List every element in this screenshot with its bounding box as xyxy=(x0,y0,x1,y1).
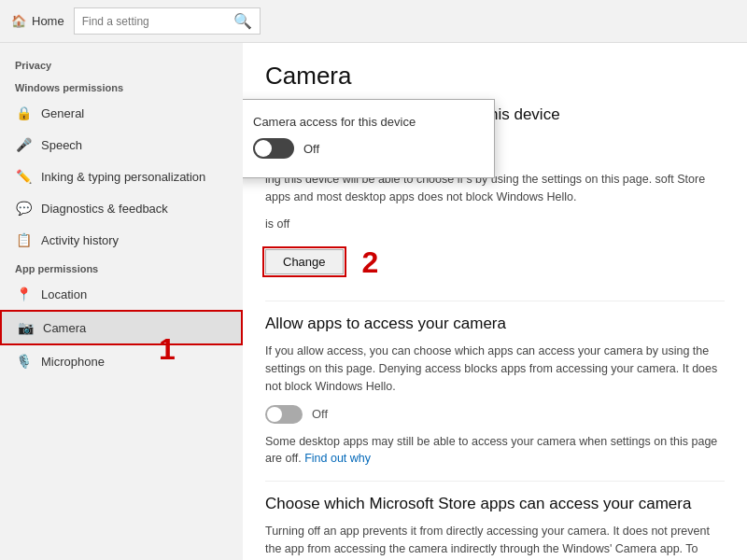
sidebar: Privacy Windows permissions 🔒 General 🎤 … xyxy=(0,43,243,560)
content-area: Camera Allow access to the camera on thi… xyxy=(243,43,747,560)
app-permissions-title: App permissions xyxy=(0,256,243,278)
inking-label: Inking & typing personalization xyxy=(41,170,205,184)
apps-toggle[interactable] xyxy=(265,405,303,424)
location-label: Location xyxy=(41,287,87,301)
microphone-label: Microphone xyxy=(41,355,105,369)
sidebar-item-microphone[interactable]: 🎙️ Microphone xyxy=(0,345,243,377)
section2-text: If you allow access, you can choose whic… xyxy=(265,343,725,395)
top-bar: 🏠 Home 🔍 xyxy=(0,0,747,43)
diagnostics-icon: 💬 xyxy=(15,200,32,217)
section2-note: Some desktop apps may still be able to a… xyxy=(265,433,725,469)
home-nav[interactable]: 🏠 Home xyxy=(11,14,64,28)
apps-toggle-row: Off xyxy=(265,405,725,424)
windows-permissions-title: Windows permissions xyxy=(0,75,243,97)
main-layout: Privacy Windows permissions 🔒 General 🎤 … xyxy=(0,43,747,560)
home-icon: 🏠 xyxy=(11,14,26,28)
home-label: Home xyxy=(32,14,64,28)
activity-icon: 📋 xyxy=(15,231,32,248)
sidebar-item-inking[interactable]: ✏️ Inking & typing personalization xyxy=(0,161,243,192)
activity-label: Activity history xyxy=(41,233,119,247)
speech-label: Speech xyxy=(41,138,82,152)
section1-status: is off xyxy=(265,216,725,233)
page-title: Camera xyxy=(265,62,725,91)
general-icon: 🔒 xyxy=(15,105,32,121)
camera-label: Camera xyxy=(43,321,86,335)
divider2 xyxy=(265,481,725,482)
section3-text: Turning off an app prevents it from dire… xyxy=(265,523,725,560)
sidebar-item-location[interactable]: 📍 Location xyxy=(0,278,243,310)
find-out-why-link[interactable]: Find out why xyxy=(304,452,371,465)
popup-toggle-knob xyxy=(255,140,272,157)
search-input[interactable] xyxy=(82,15,228,28)
search-box[interactable]: 🔍 xyxy=(74,7,261,35)
step2-label: 2 xyxy=(362,245,379,280)
sidebar-item-camera[interactable]: 📷 Camera xyxy=(0,310,243,345)
sidebar-item-diagnostics[interactable]: 💬 Diagnostics & feedback xyxy=(0,192,243,224)
inking-icon: ✏️ xyxy=(15,168,32,185)
speech-icon: 🎤 xyxy=(15,136,32,153)
section3-heading: Choose which Microsoft Store apps can ac… xyxy=(265,495,725,513)
popup-toggle-row: Off xyxy=(253,138,475,159)
popup-title: Camera access for this device xyxy=(253,115,475,129)
apps-toggle-label: Off xyxy=(312,407,328,421)
divider1 xyxy=(265,301,725,301)
sidebar-item-general[interactable]: 🔒 General xyxy=(0,97,243,129)
camera-icon: 📷 xyxy=(17,319,34,336)
change-button[interactable]: Change xyxy=(265,249,344,274)
apps-toggle-knob xyxy=(267,407,282,422)
privacy-section-title: Privacy xyxy=(0,52,243,75)
general-label: General xyxy=(41,106,84,120)
sidebar-item-activity[interactable]: 📋 Activity history xyxy=(0,224,243,256)
popup-toggle-label: Off xyxy=(303,142,319,156)
diagnostics-label: Diagnostics & feedback xyxy=(41,202,168,216)
search-icon: 🔍 xyxy=(233,12,252,30)
location-icon: 📍 xyxy=(15,286,32,302)
sidebar-item-speech[interactable]: 🎤 Speech xyxy=(0,129,243,161)
camera-access-popup: Camera access for this device Off xyxy=(243,99,495,178)
step1-label: 1 xyxy=(159,332,176,367)
microphone-icon: 🎙️ xyxy=(15,353,32,370)
section2-heading: Allow apps to access your camera xyxy=(265,315,725,333)
popup-toggle[interactable] xyxy=(253,138,294,159)
